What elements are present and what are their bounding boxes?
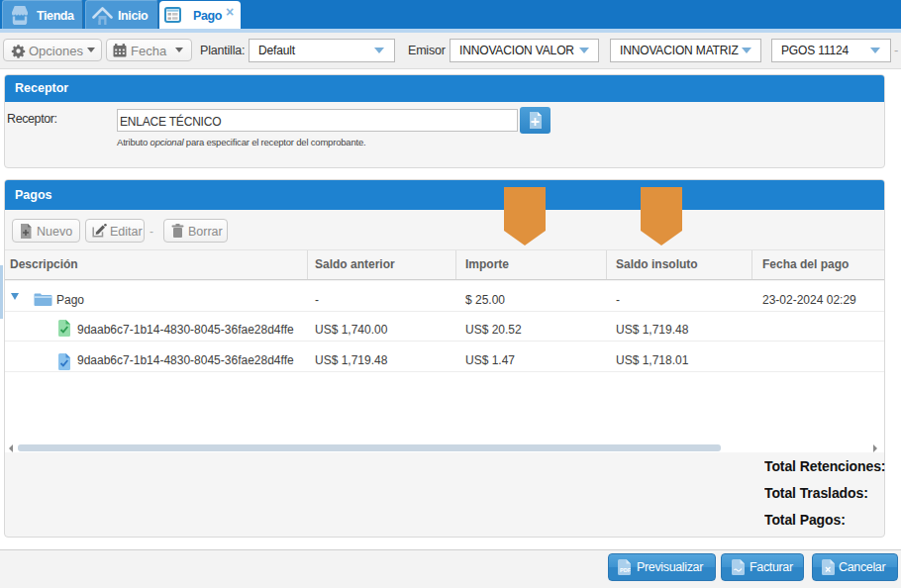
- svg-text:PDF: PDF: [620, 567, 631, 573]
